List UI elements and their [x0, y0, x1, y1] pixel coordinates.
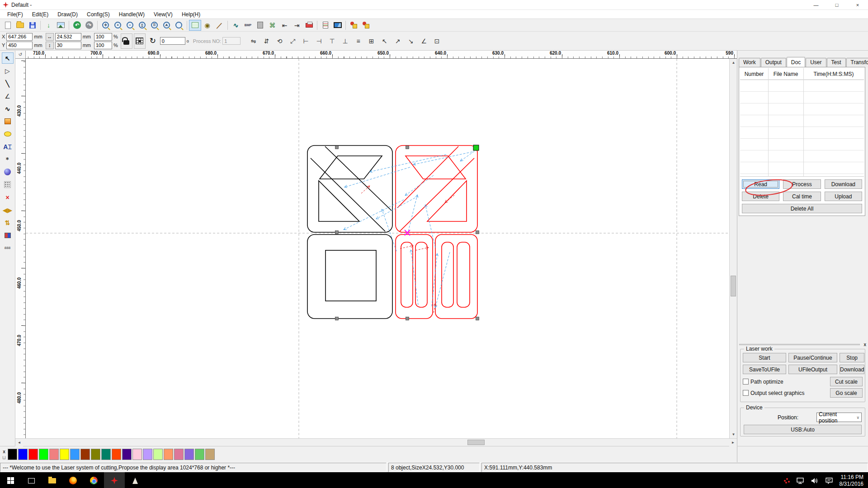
table-row[interactable] [740, 150, 864, 162]
table-row[interactable] [740, 80, 864, 92]
cal-time-button[interactable]: Cal time [783, 192, 821, 201]
color-swatch-19[interactable] [205, 449, 215, 460]
v-distribute-button[interactable]: ⇥ [291, 20, 303, 31]
vertical-scroll-thumb[interactable] [731, 276, 736, 296]
position-dropdown[interactable]: Current position ∨ [816, 413, 862, 422]
start-button[interactable]: Start [743, 353, 786, 362]
color-swatch-6[interactable] [70, 449, 80, 460]
node-align-button[interactable]: ⌘ [266, 20, 278, 31]
menu-item-config[interactable]: Config(S) [82, 10, 114, 19]
rdworks-app[interactable] [104, 472, 125, 488]
same-size-button[interactable]: ⊞ [365, 35, 377, 47]
size-preset-button[interactable]: ⤢ [287, 35, 299, 47]
table-row[interactable] [740, 103, 864, 115]
tab-work[interactable]: Work [739, 58, 760, 68]
color-swatch-4[interactable] [49, 449, 59, 460]
corner-br-button[interactable]: ↘ [405, 35, 417, 47]
select-tool[interactable]: ↖ [2, 52, 14, 64]
laser-position-button[interactable] [348, 20, 360, 31]
close-button[interactable]: × [847, 0, 868, 10]
align-bottom-button[interactable]: ⊥ [339, 35, 351, 47]
delete-tool[interactable]: × [2, 192, 14, 203]
tab-test[interactable]: Test [827, 58, 846, 68]
vector-piece-red-bottom-left[interactable] [396, 235, 433, 319]
color-swatch-7[interactable] [80, 449, 90, 460]
color-swatch-3[interactable] [39, 449, 48, 460]
stop-button[interactable]: Stop [840, 353, 864, 362]
minimize-button[interactable]: — [806, 0, 826, 10]
color-swatch-1[interactable] [18, 449, 28, 460]
text-tool[interactable]: A⌶ [2, 141, 14, 152]
laser-origin-button[interactable] [360, 20, 372, 31]
x-position-field[interactable] [6, 33, 33, 41]
upload-button[interactable]: Upload [825, 192, 862, 201]
taskbar-clock[interactable]: 11:16 PM 8/31/2016 [840, 474, 863, 488]
vector-piece-red-top[interactable] [396, 145, 477, 232]
print-button[interactable] [303, 20, 315, 31]
grid-array-tool[interactable] [2, 179, 14, 190]
table-row[interactable] [740, 115, 864, 127]
lock-ratio-button[interactable] [121, 33, 132, 49]
palette-handle-icon[interactable]: ⊔ [1, 455, 7, 460]
table-row[interactable] [740, 127, 864, 139]
chrome-app[interactable] [83, 472, 104, 488]
corner-tr-button[interactable]: ↗ [392, 35, 404, 47]
width-field[interactable] [55, 33, 81, 41]
doc-file-table[interactable]: Number File Name Time(H:M:S:MS) [740, 68, 864, 177]
new-file-button[interactable] [2, 20, 14, 31]
tray-app-icon[interactable] [784, 478, 790, 483]
h-distribute-button[interactable]: ⇤ [278, 20, 291, 31]
menu-item-edit[interactable]: Edit(E) [28, 10, 53, 19]
mirror-horizontal-button[interactable]: ⇋ [247, 35, 259, 47]
start-button[interactable] [0, 472, 21, 488]
canvas-drawing[interactable] [26, 59, 729, 438]
horizontal-scroll-thumb[interactable] [467, 440, 485, 445]
fill-color-tool[interactable] [2, 230, 14, 241]
delete-button[interactable]: Delete [742, 192, 779, 201]
zoom-pan-button[interactable]: ✛ [99, 20, 112, 31]
download-button[interactable]: Download [825, 179, 862, 189]
color-swatch-11[interactable] [122, 449, 132, 460]
task-view-button[interactable] [21, 472, 42, 488]
menu-item-file[interactable]: File(F) [3, 10, 28, 19]
angle-field[interactable] [160, 37, 185, 45]
horizontal-scrollbar[interactable]: ◄ ► [15, 438, 737, 446]
menu-item-help[interactable]: Help(H) [177, 10, 205, 19]
open-file-button[interactable] [14, 20, 26, 31]
file-explorer-app[interactable] [42, 472, 62, 488]
apply-button[interactable]: ⊡ [431, 35, 443, 47]
scale-x-field[interactable] [94, 33, 112, 41]
align-center-button[interactable]: ≡ [352, 35, 364, 47]
tab-transform[interactable]: Transform [846, 58, 868, 68]
array-copy-tool[interactable]: 888 [2, 242, 14, 253]
pause-continue-button[interactable]: Pause/Continue [788, 353, 837, 362]
draw-line-tool[interactable]: ╲ [2, 78, 14, 89]
zoom-select-button[interactable] [173, 20, 185, 31]
edit-cut-tool-button[interactable]: ／ [213, 20, 226, 31]
point-tool[interactable]: ＊ [2, 154, 14, 165]
corner-tl-button[interactable]: ↖ [378, 35, 391, 47]
delete-all-button[interactable]: Delete All [742, 204, 862, 213]
node-edit-tool[interactable]: ▷ [2, 65, 14, 76]
menu-item-draw[interactable]: Draw(D) [53, 10, 82, 19]
output-select-checkbox[interactable]: Output select graphics [743, 390, 827, 396]
mirror-h-tool[interactable]: ◀▶ [2, 204, 14, 216]
color-swatch-12[interactable] [132, 449, 142, 460]
media-app[interactable] [125, 472, 146, 488]
scale-y-field[interactable] [94, 42, 112, 49]
select-rect-tool-button[interactable] [189, 20, 201, 31]
path-optimize-checkbox[interactable]: Path optimize [743, 379, 827, 385]
ufile-output-button[interactable]: UFileOutput [788, 365, 837, 374]
color-swatch-14[interactable] [153, 449, 163, 460]
import-button[interactable]: ↓ [42, 20, 55, 31]
fill-rect-button[interactable] [254, 20, 266, 31]
zoom-data-button[interactable]: ⠿ [148, 20, 160, 31]
slope-button[interactable]: ∠ [418, 35, 430, 47]
vector-piece-black-bottom[interactable] [307, 235, 392, 319]
volume-icon[interactable] [811, 478, 819, 484]
panel-close-icon[interactable]: x [863, 342, 866, 347]
zoom-page-button[interactable]: ▯ [136, 20, 148, 31]
rotate-90-button[interactable]: ⟲ [274, 35, 286, 47]
tab-output[interactable]: Output [761, 58, 786, 68]
draw-polyline-tool[interactable]: ∠ [2, 90, 14, 102]
